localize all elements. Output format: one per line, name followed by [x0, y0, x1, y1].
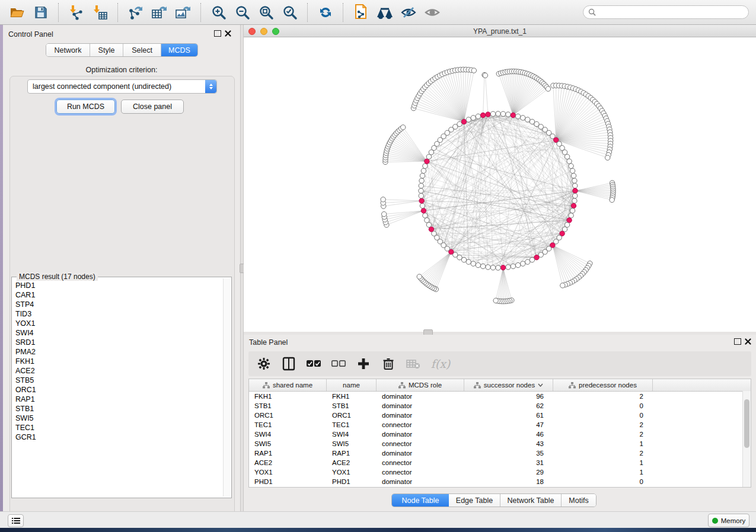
tab-style[interactable]: Style: [90, 44, 123, 56]
tab-motifs[interactable]: Motifs: [562, 494, 596, 507]
column-header-predecessor-nodes[interactable]: predecessor nodes: [553, 379, 653, 391]
task-history-button[interactable]: [8, 514, 24, 527]
network-node[interactable]: [570, 168, 575, 173]
table-cell[interactable]: 2: [553, 421, 653, 428]
table-cell[interactable]: connector: [377, 469, 464, 476]
mcds-dominator-node[interactable]: [425, 159, 429, 164]
mcds-result-list[interactable]: PHD1CAR1STP4TID3YOX1SWI4SRD1PMA2FKH1ACE2…: [15, 281, 223, 495]
show-columns-button[interactable]: [280, 355, 297, 372]
table-cell[interactable]: dominator: [377, 412, 464, 419]
mcds-result-scrollbar[interactable]: [223, 278, 230, 496]
network-node[interactable]: [466, 117, 471, 122]
mcds-result-item[interactable]: TEC1: [15, 423, 223, 432]
table-cell[interactable]: connector: [377, 440, 464, 447]
zoom-in-button[interactable]: [209, 2, 229, 23]
delete-column-button[interactable]: [380, 355, 397, 372]
mcds-dominator-node[interactable]: [511, 113, 515, 117]
table-cell[interactable]: 0: [553, 478, 653, 485]
mcds-dominator-node[interactable]: [480, 113, 485, 117]
table-row[interactable]: PHD1PHD1dominator180: [249, 477, 751, 486]
mcds-result-item[interactable]: GCR1: [15, 432, 223, 442]
mcds-result-item[interactable]: STB5: [15, 376, 223, 385]
mcds-result-item[interactable]: PHD1: [15, 281, 223, 290]
network-node[interactable]: [423, 164, 428, 168]
mcds-result-item[interactable]: STB1: [15, 404, 223, 414]
add-column-button[interactable]: [355, 355, 372, 372]
network-node[interactable]: [529, 257, 534, 262]
table-cell[interactable]: YOX1: [249, 469, 327, 476]
show-all-button[interactable]: [422, 2, 442, 23]
network-node[interactable]: [420, 203, 425, 208]
table-row[interactable]: STB1STB1dominator620: [249, 401, 751, 411]
close-panel-icon[interactable]: [225, 30, 231, 37]
table-cell[interactable]: connector: [377, 421, 464, 428]
table-cell[interactable]: SWI4: [327, 431, 377, 438]
tab-network[interactable]: Network: [46, 44, 90, 56]
mcds-result-item[interactable]: PMA2: [15, 347, 223, 357]
network-node[interactable]: [572, 178, 577, 183]
float-window-icon[interactable]: [214, 30, 221, 37]
table-row[interactable]: ACE2ACE2connector311: [249, 458, 751, 467]
network-node[interactable]: [560, 283, 565, 288]
network-node[interactable]: [525, 259, 530, 264]
network-node[interactable]: [381, 197, 385, 201]
mcds-result-item[interactable]: ACE2: [15, 366, 223, 376]
share-network-button[interactable]: [351, 2, 371, 23]
network-node[interactable]: [496, 111, 500, 116]
table-cell[interactable]: dominator: [377, 402, 464, 409]
table-cell[interactable]: ORC1: [327, 412, 377, 419]
network-node[interactable]: [425, 218, 429, 223]
network-node[interactable]: [569, 164, 573, 168]
network-search-box[interactable]: [583, 5, 749, 19]
network-node[interactable]: [515, 262, 520, 267]
network-node[interactable]: [573, 193, 578, 198]
network-node[interactable]: [546, 86, 550, 91]
table-cell[interactable]: dominator: [377, 478, 464, 485]
table-cell[interactable]: PHD1: [327, 478, 377, 485]
mcds-result-item[interactable]: SRD1: [15, 338, 223, 347]
table-row[interactable]: SWI4SWI4dominator462: [249, 430, 751, 439]
table-cell[interactable]: 1: [553, 459, 653, 466]
table-cell[interactable]: PHD1: [249, 478, 327, 485]
network-node[interactable]: [570, 208, 575, 213]
mcds-result-item[interactable]: ORC1: [15, 385, 223, 395]
table-cell[interactable]: 43: [464, 440, 553, 447]
network-node[interactable]: [471, 261, 476, 266]
network-node[interactable]: [417, 274, 422, 279]
table-cell[interactable]: YOX1: [327, 469, 377, 476]
table-cell[interactable]: 35: [464, 450, 553, 457]
tab-mcds[interactable]: MCDS: [161, 44, 197, 56]
export-image-button[interactable]: [173, 2, 193, 23]
mcds-result-item[interactable]: SWI5: [15, 414, 223, 423]
network-node[interactable]: [525, 117, 530, 122]
column-header-MCDS-role[interactable]: MCDS role: [377, 379, 464, 391]
table-cell[interactable]: 47: [464, 421, 553, 428]
table-row[interactable]: FKH1FKH1dominator962: [249, 392, 751, 401]
table-cell[interactable]: SWI5: [249, 440, 327, 447]
optimization-criterion-select[interactable]: largest connected component (undirected): [27, 79, 217, 94]
network-node[interactable]: [381, 211, 386, 216]
network-node[interactable]: [423, 213, 428, 218]
tab-network-table[interactable]: Network Table: [500, 494, 562, 507]
network-node[interactable]: [483, 73, 487, 78]
table-cell[interactable]: STB1: [327, 402, 377, 409]
table-cell[interactable]: RAP1: [327, 450, 377, 457]
table-cell[interactable]: 0: [553, 402, 653, 409]
table-cell[interactable]: ACE2: [249, 459, 327, 466]
zoom-out-button[interactable]: [232, 2, 253, 23]
network-node[interactable]: [476, 114, 480, 118]
mcds-dominator-node[interactable]: [486, 112, 490, 117]
network-node[interactable]: [569, 213, 573, 218]
open-file-button[interactable]: [7, 2, 27, 23]
network-node[interactable]: [471, 116, 476, 120]
select-all-button[interactable]: [305, 355, 322, 372]
table-cell[interactable]: dominator: [377, 393, 464, 400]
table-cell[interactable]: dominator: [377, 431, 464, 438]
table-cell[interactable]: FKH1: [327, 393, 377, 400]
column-header-name[interactable]: name: [327, 379, 377, 391]
network-node[interactable]: [605, 155, 610, 160]
tab-select[interactable]: Select: [123, 44, 161, 56]
table-cell[interactable]: 46: [464, 431, 553, 438]
network-node[interactable]: [500, 111, 505, 116]
hide-selected-button[interactable]: [398, 2, 419, 23]
